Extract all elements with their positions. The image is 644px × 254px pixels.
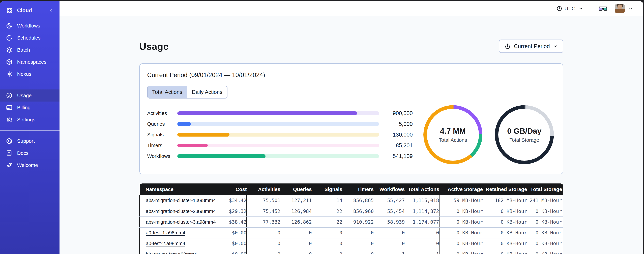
bar-value: 900,000 — [379, 110, 413, 116]
sidebar-item-billing[interactable]: Billing — [0, 102, 60, 114]
app-window: Cloud Workflows Schedules — [0, 1, 643, 254]
namespace-link[interactable]: bk-worker-test.a98mm4 — [146, 252, 197, 254]
sidebar-item-label: Batch — [17, 47, 30, 53]
workflows-cell: 58,939 — [374, 217, 405, 227]
table-header-row: Namespace Cost Activities Queries Signal… — [140, 184, 563, 195]
table-row: a0-test-2.a98mm4 $0.00 0 0 0 0 0 0 0 KB-… — [140, 238, 563, 249]
timezone-selector[interactable]: UTC — [556, 6, 584, 12]
namespace-link[interactable]: a0-test-2.a98mm4 — [146, 241, 185, 246]
bar-track — [177, 133, 379, 136]
sidebar-item-workflows[interactable]: Workflows — [0, 20, 60, 32]
col-workflows: Workflows — [374, 184, 405, 195]
sidebar-nav: Workflows Schedules Batch — [0, 20, 60, 171]
total-actions-cell: 1,114,872 — [405, 206, 439, 217]
timers-cell: 856,960 — [342, 206, 374, 217]
timezone-label: UTC — [564, 6, 576, 12]
table-row: a0-test-1.a98mm4 $0.00 0 0 0 0 0 0 0 KB-… — [140, 227, 563, 238]
active-storage-cell: 0 KB-Hour — [439, 206, 483, 217]
sidebar-item-label: Docs — [17, 150, 28, 156]
bar-value: 130,000 — [379, 132, 413, 138]
bar-row-activities: Activities 900,000 — [147, 110, 413, 116]
sidebar-item-namespaces[interactable]: Namespaces — [0, 56, 60, 68]
sidebar-group-account: Usage Billing Settings — [0, 85, 60, 126]
retained-storage-cell: 0 KB-Hour — [483, 217, 527, 227]
workflows-cell: 0 — [374, 227, 405, 238]
cost-cell: $29.32 — [214, 206, 247, 217]
col-retained-storage: Retained Storage — [483, 184, 527, 195]
donut-label: Total Storage — [510, 137, 539, 143]
sidebar-item-nexus[interactable]: Nexus — [0, 68, 60, 80]
collapse-sidebar-icon[interactable] — [48, 8, 54, 14]
sidebar-item-support[interactable]: Support — [0, 135, 60, 147]
namespaces-icon — [6, 58, 13, 66]
tab-total-actions[interactable]: Total Actions — [148, 86, 187, 98]
queries-cell: 126,984 — [280, 206, 312, 217]
sidebar-item-label: Usage — [17, 93, 32, 98]
retained-storage-cell: 0 KB-Hour — [483, 238, 527, 249]
sidebar-item-schedules[interactable]: Schedules — [0, 32, 60, 44]
actions-bar-chart: Activities 900,000 Queries 5,000 Signals — [147, 110, 413, 160]
total-storage-cell: 0 KB-Hour — [527, 249, 563, 254]
total-storage-cell: 0 KB-Hour — [527, 217, 563, 227]
donut-label: Total Actions — [439, 137, 467, 143]
sidebar-header: Cloud — [0, 1, 60, 20]
activities-cell: 0 — [247, 227, 280, 238]
table-row: bk-worker-test.a98mm4 $0.00 0 0 0 0 1 1 … — [140, 249, 563, 254]
col-cost: Cost — [214, 184, 247, 195]
sidebar-item-label: Schedules — [17, 35, 40, 41]
signals-cell: 0 — [312, 227, 342, 238]
sidebar-item-usage[interactable]: Usage — [0, 90, 60, 102]
user-avatar[interactable] — [615, 4, 625, 14]
total-actions-donut: 4.7 MM Total Actions — [424, 105, 482, 164]
tab-daily-actions[interactable]: Daily Actions — [187, 86, 227, 98]
cost-cell: $38.42 — [214, 217, 247, 227]
billing-card-icon — [6, 104, 13, 111]
timers-cell: 0 — [342, 238, 374, 249]
total-storage-donut: 0 GB/Day Total Storage — [495, 105, 554, 164]
bar-label: Activities — [147, 110, 177, 116]
support-lifering-icon — [6, 138, 13, 144]
signals-cell: 0 — [312, 238, 342, 249]
topbar: UTC — [60, 1, 643, 16]
sidebar-item-docs[interactable]: Docs — [0, 147, 60, 159]
chevron-down-icon — [553, 44, 558, 49]
activities-cell: 75,501 — [247, 195, 280, 206]
signals-cell: 0 — [312, 249, 342, 254]
bar-fill — [177, 133, 230, 136]
bar-fill — [177, 144, 208, 147]
total-storage-cell: 0 KB-Hour — [527, 227, 563, 238]
timers-cell: 910,922 — [342, 217, 374, 227]
sidebar-item-label: Workflows — [17, 23, 40, 29]
sidebar-item-settings[interactable]: Settings — [0, 114, 60, 126]
usage-gauge-icon — [6, 92, 13, 99]
workflows-cell: 55,427 — [374, 195, 405, 206]
sidebar-item-label: Support — [17, 138, 35, 144]
bar-track — [177, 154, 379, 158]
period-selector-button[interactable]: Current Period — [499, 40, 563, 53]
namespace-link[interactable]: abs-migration-cluster-2.a98mm4 — [146, 208, 216, 214]
account-chevron-down-icon[interactable] — [628, 6, 634, 12]
table-row: abs-migration-cluster-1.a98mm4 $34.42 75… — [140, 195, 563, 206]
sidebar-item-welcome[interactable]: Welcome — [0, 159, 60, 171]
sidebar-item-label: Billing — [17, 105, 30, 110]
sidebar-item-batch[interactable]: Batch — [0, 44, 60, 56]
activities-cell: 75,452 — [247, 206, 280, 217]
namespace-link[interactable]: abs-migration-cluster-1.a98mm4 — [146, 198, 216, 203]
col-active-storage: Active Storage — [439, 184, 483, 195]
bar-fill — [177, 112, 357, 115]
namespace-link[interactable]: a0-test-1.a98mm4 — [146, 230, 185, 236]
queries-cell: 0 — [280, 249, 312, 254]
namespace-link[interactable]: abs-migration-cluster-3.a98mm4 — [146, 219, 216, 225]
timers-cell: 0 — [342, 227, 374, 238]
glasses-icon[interactable] — [598, 5, 607, 12]
bar-label: Signals — [147, 132, 177, 138]
retained-storage-cell: 182 MB-Hour — [483, 195, 527, 206]
total-storage-cell: 0 KB-Hour — [527, 238, 563, 249]
retained-storage-cell: 0 KB-Hour — [483, 206, 527, 217]
sidebar-item-label: Namespaces — [17, 59, 46, 65]
nexus-icon — [6, 70, 13, 78]
main-area: UTC Usage Current — [60, 1, 643, 254]
settings-gear-icon — [6, 116, 13, 123]
bar-fill — [177, 122, 191, 126]
actions-tabs: Total Actions Daily Actions — [147, 86, 228, 98]
